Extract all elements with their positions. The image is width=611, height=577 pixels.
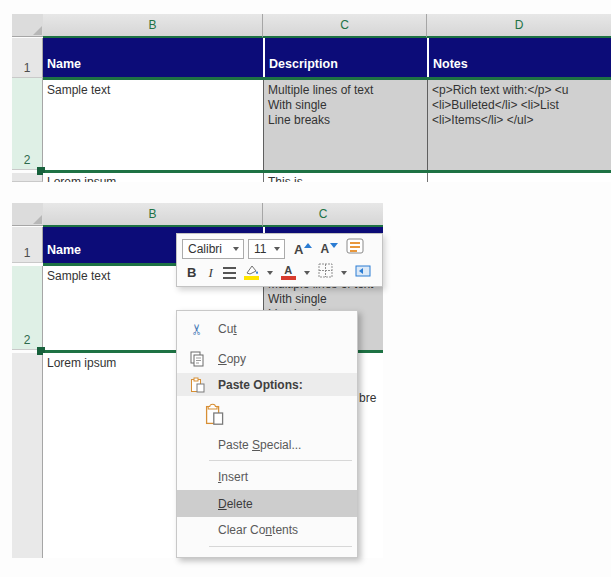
fill-color-button[interactable] [244,265,259,280]
cell-d1-notes[interactable]: Notes [427,38,611,77]
paint-bucket-icon [244,265,259,275]
menu-item-label: Paste Special... [218,438,301,452]
column-header-b-2[interactable]: B [43,203,263,227]
paste-option-icon [205,400,225,429]
row-header-1[interactable]: 1 [12,38,43,78]
clipped-text-fragment: bre [359,391,376,406]
menu-item-clear-contents[interactable]: Clear Contents [177,517,357,543]
menu-item-insert[interactable]: Insert [177,464,357,490]
copy-icon [187,351,207,367]
menu-separator [209,460,352,461]
row-header-1-2[interactable]: 1 [12,227,43,263]
font-name-combo[interactable]: Calibri [182,239,244,259]
column-header-c-2[interactable]: C [263,203,383,227]
caret-down-icon [330,243,338,248]
cell-c1-description[interactable]: Description [263,38,427,77]
mini-toolbar: Calibri 11 A A B I [176,233,383,287]
cell-b3-clipped[interactable]: Lorem ipsum [43,173,263,182]
chevron-down-icon [233,247,239,251]
menu-item-label: Cut [218,322,237,336]
merge-center-icon[interactable] [355,264,371,282]
menu-item-paste-options: Paste Options: [177,373,357,396]
cell-d3-clipped[interactable] [427,173,611,182]
bold-button[interactable]: B [185,265,198,280]
fill-color-bar [244,276,259,280]
format-painter-icon[interactable] [346,238,366,260]
paste-icon [187,377,207,393]
cell-b1-name[interactable]: Name [43,38,263,77]
column-letter: C [340,18,349,32]
cell-c3-clipped[interactable]: This is [263,173,427,182]
column-header-c[interactable]: C [263,14,427,38]
column-header-b[interactable]: B [43,14,263,38]
menu-item-copy[interactable]: Copy [177,344,357,373]
page: B C D 1 2 Name Description Notes Sample … [0,0,611,577]
caret-up-icon [304,243,312,248]
row-header-2-2[interactable]: 2 [12,266,43,350]
menu-item-cut[interactable]: ✂ Cut [177,313,357,344]
row-header-3-2[interactable] [12,353,43,558]
chevron-down-icon [274,247,280,251]
shrink-font-button[interactable]: A [318,243,340,256]
border-grid-icon[interactable] [318,263,333,282]
select-all-corner-2[interactable] [12,203,44,226]
context-menu: ✂ Cut Copy [176,310,358,558]
column-letter: D [515,18,524,32]
scissors-icon: ✂ [187,320,207,338]
font-size-combo[interactable]: 11 [248,239,285,259]
column-header-d[interactable]: D [427,14,611,38]
menu-item-delete[interactable]: Delete [177,490,357,517]
menu-separator [209,546,352,547]
menu-item-label: Delete [218,497,253,511]
cell-b2[interactable]: Sample text [43,80,263,170]
menu-item-paste-keep-formatting[interactable] [177,396,357,433]
menu-item-label: Clear Contents [218,523,298,537]
menu-item-label: Format Cells... [218,557,296,559]
font-color-button[interactable]: A [281,265,296,280]
italic-button[interactable]: I [206,265,214,281]
chevron-down-icon[interactable] [304,271,310,275]
menu-item-label: Insert [218,470,248,484]
menu-item-label: Copy [218,352,246,366]
chevron-down-icon[interactable] [267,271,273,275]
chevron-down-icon[interactable] [341,271,347,275]
font-color-bar [281,276,296,280]
menu-item-label: Paste Options: [218,378,303,392]
select-all-corner[interactable] [12,14,44,37]
column-letter: B [148,18,156,32]
format-cells-icon [187,556,207,558]
borders-lines-icon[interactable] [223,267,236,279]
cell-c2[interactable]: Multiple lines of text With single Line … [263,80,427,170]
menu-item-paste-special[interactable]: Paste Special... [177,433,357,457]
row-header-2[interactable]: 2 [12,78,43,170]
cell-d2[interactable]: <p>Rich text with:</p> <u <li>Bulleted</… [427,80,611,170]
grow-font-button[interactable]: A [292,243,314,256]
menu-item-format-cells[interactable]: Format Cells... [177,550,357,558]
